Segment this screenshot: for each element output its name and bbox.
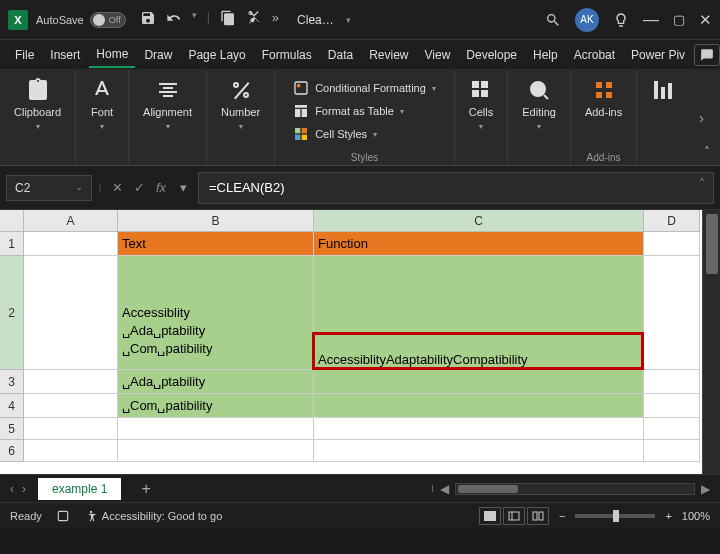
qat-more-icon[interactable]: » xyxy=(272,10,279,29)
menu-pagelayout[interactable]: Page Layo xyxy=(181,43,252,67)
cell-b4[interactable]: ␣Com␣patibility xyxy=(118,394,314,418)
ribbon-overflow[interactable]: › xyxy=(689,70,714,165)
row-header-6[interactable]: 6 xyxy=(0,440,24,462)
toggle-switch[interactable]: Off xyxy=(90,12,126,28)
cut-icon[interactable] xyxy=(246,10,262,29)
copy-icon[interactable] xyxy=(220,10,236,29)
cell-a4[interactable] xyxy=(24,394,118,418)
row-header-4[interactable]: 4 xyxy=(0,394,24,418)
sheet-tab-active[interactable]: example 1 xyxy=(38,478,121,500)
row-header-5[interactable]: 5 xyxy=(0,418,24,440)
zoom-in-button[interactable]: + xyxy=(665,510,671,522)
doc-name-caret[interactable]: ▾ xyxy=(346,15,351,25)
vscroll-thumb[interactable] xyxy=(706,214,718,274)
cell-a1[interactable] xyxy=(24,232,118,256)
cell-b6[interactable] xyxy=(118,440,314,462)
col-header-c[interactable]: C xyxy=(314,210,644,232)
menu-review[interactable]: Review xyxy=(362,43,415,67)
menu-draw[interactable]: Draw xyxy=(137,43,179,67)
cell-b2[interactable]: Accessiblity ␣Ada␣ptability ␣Com␣patibil… xyxy=(118,256,314,370)
cell-a6[interactable] xyxy=(24,440,118,462)
comments-button[interactable] xyxy=(694,44,720,66)
cell-d4[interactable] xyxy=(644,394,700,418)
menu-developer[interactable]: Develope xyxy=(459,43,524,67)
zoom-out-button[interactable]: − xyxy=(559,510,565,522)
formula-input[interactable]: =CLEAN(B2) ˄ xyxy=(198,172,714,204)
sheet-next-icon[interactable]: › xyxy=(22,482,26,496)
formula-cancel-icon[interactable]: ✕ xyxy=(108,180,126,195)
view-normal-button[interactable] xyxy=(479,507,501,525)
formula-accept-icon[interactable]: ✓ xyxy=(130,180,148,195)
zoom-slider[interactable] xyxy=(575,514,655,518)
cell-c5[interactable] xyxy=(314,418,644,440)
cell-b5[interactable] xyxy=(118,418,314,440)
analyze-button[interactable] xyxy=(647,76,679,104)
cell-d5[interactable] xyxy=(644,418,700,440)
name-box[interactable]: C2 ⌄ xyxy=(6,175,92,201)
cell-c6[interactable] xyxy=(314,440,644,462)
undo-caret[interactable]: ▾ xyxy=(192,10,197,29)
menu-file[interactable]: File xyxy=(8,43,41,67)
accessibility-status[interactable]: Accessibility: Good to go xyxy=(84,509,222,523)
row-header-1[interactable]: 1 xyxy=(0,232,24,256)
cell-d3[interactable] xyxy=(644,370,700,394)
menu-data[interactable]: Data xyxy=(321,43,360,67)
cells-button[interactable]: Cells ▾ xyxy=(465,76,497,133)
menu-powerpivot[interactable]: Power Piv xyxy=(624,43,692,67)
hscroll-right-icon[interactable]: ▶ xyxy=(701,482,710,496)
select-all-corner[interactable] xyxy=(0,210,24,232)
cell-c3[interactable] xyxy=(314,370,644,394)
format-as-table-button[interactable]: Format as Table ▾ xyxy=(293,101,404,121)
col-header-a[interactable]: A xyxy=(24,210,118,232)
cell-a5[interactable] xyxy=(24,418,118,440)
zoom-level[interactable]: 100% xyxy=(682,510,710,522)
vertical-scrollbar[interactable] xyxy=(702,210,720,474)
menu-acrobat[interactable]: Acrobat xyxy=(567,43,622,67)
ribbon-collapse-icon[interactable]: ˄ xyxy=(704,145,710,159)
sheet-prev-icon[interactable]: ‹ xyxy=(10,482,14,496)
search-icon[interactable] xyxy=(545,12,561,28)
cell-d6[interactable] xyxy=(644,440,700,462)
cell-d1[interactable] xyxy=(644,232,700,256)
editing-button[interactable]: Editing ▾ xyxy=(518,76,560,133)
user-avatar[interactable]: AK xyxy=(575,8,599,32)
namebox-caret-icon[interactable]: ⌄ xyxy=(76,183,83,192)
spreadsheet-grid[interactable]: A B C D 1 2 3 4 5 6 Text Function xyxy=(0,210,720,474)
lightbulb-icon[interactable] xyxy=(613,12,629,28)
sheet-add-button[interactable]: + xyxy=(133,480,158,498)
hscroll-thumb[interactable] xyxy=(458,485,518,493)
menu-view[interactable]: View xyxy=(418,43,458,67)
cell-b1[interactable]: Text xyxy=(118,232,314,256)
alignment-button[interactable]: Alignment ▾ xyxy=(139,76,196,133)
fx-icon[interactable]: fx xyxy=(152,180,170,195)
cell-c1[interactable]: Function xyxy=(314,232,644,256)
document-name[interactable]: Clea… xyxy=(297,13,334,27)
col-header-d[interactable]: D xyxy=(644,210,700,232)
horizontal-scrollbar[interactable] xyxy=(455,483,695,495)
cell-styles-button[interactable]: Cell Styles ▾ xyxy=(293,124,377,144)
autosave-toggle[interactable]: AutoSave Off xyxy=(36,12,126,28)
formula-expand-icon[interactable]: ˄ xyxy=(699,177,705,191)
maximize-button[interactable]: ▢ xyxy=(673,12,685,27)
macro-icon[interactable] xyxy=(56,509,70,523)
view-pagebreak-button[interactable] xyxy=(527,507,549,525)
save-icon[interactable] xyxy=(140,10,156,29)
addins-button[interactable]: Add-ins xyxy=(581,76,626,120)
cell-a3[interactable] xyxy=(24,370,118,394)
row-header-3[interactable]: 3 xyxy=(0,370,24,394)
minimize-button[interactable]: — xyxy=(643,11,659,29)
menu-help[interactable]: Help xyxy=(526,43,565,67)
cell-c4[interactable] xyxy=(314,394,644,418)
number-button[interactable]: Number ▾ xyxy=(217,76,264,133)
row-header-2[interactable]: 2 xyxy=(0,256,24,370)
view-pagelayout-button[interactable] xyxy=(503,507,525,525)
font-button[interactable]: Font ▾ xyxy=(86,76,118,133)
cell-b3[interactable]: ␣Ada␣ptability xyxy=(118,370,314,394)
cell-a2[interactable] xyxy=(24,256,118,370)
menu-formulas[interactable]: Formulas xyxy=(255,43,319,67)
clipboard-button[interactable]: Clipboard ▾ xyxy=(10,76,65,133)
cell-c2[interactable]: AccessiblityAdaptabilityCompatibility xyxy=(314,256,644,370)
col-header-b[interactable]: B xyxy=(118,210,314,232)
close-button[interactable]: ✕ xyxy=(699,11,712,29)
menu-home[interactable]: Home xyxy=(89,42,135,68)
